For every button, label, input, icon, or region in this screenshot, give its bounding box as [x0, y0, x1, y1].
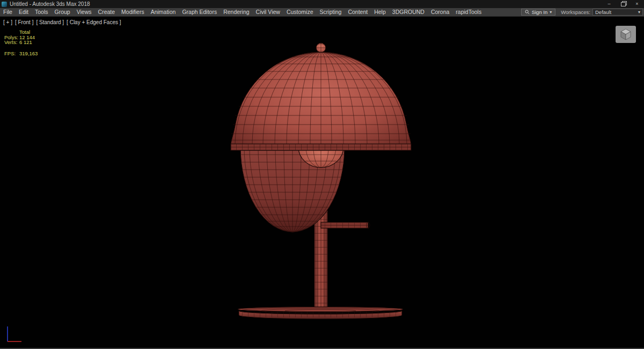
menu-item-civil-view[interactable]: Civil View	[253, 8, 283, 16]
menu-item-content[interactable]: Content	[345, 8, 371, 16]
restore-icon	[621, 2, 626, 6]
lamp-arm	[321, 222, 370, 228]
menu-item-tools[interactable]: Tools	[32, 8, 52, 16]
menu-item-3dground[interactable]: 3DGROUND	[389, 8, 428, 16]
menu-item-group[interactable]: Group	[52, 8, 74, 16]
lamp-shade-dome	[231, 43, 411, 150]
workspaces-label: Workspaces:	[561, 9, 590, 15]
menu-item-modifiers[interactable]: Modifiers	[118, 8, 148, 16]
app-icon[interactable]	[2, 2, 7, 7]
workspace-value: Default	[595, 9, 611, 15]
menu-item-rendering[interactable]: Rendering	[220, 8, 252, 16]
menu-item-animation[interactable]: Animation	[148, 8, 179, 16]
menu-item-customize[interactable]: Customize	[283, 8, 317, 16]
menubar-right-cluster: Sign In ▾ Workspaces: Default ▾	[521, 9, 644, 16]
viewcube[interactable]	[616, 26, 636, 43]
search-icon	[525, 10, 530, 14]
restore-button[interactable]	[616, 0, 630, 8]
menu-item-create[interactable]: Create	[95, 8, 119, 16]
menu-item-edit[interactable]: Edit	[16, 8, 32, 16]
3dsmax-window: Untitled - Autodesk 3ds Max 2018 – × Fil…	[0, 0, 644, 349]
chevron-down-icon: ▾	[638, 10, 640, 14]
minimize-button[interactable]: –	[602, 0, 616, 8]
menu-item-help[interactable]: Help	[371, 8, 389, 16]
window-title: Untitled - Autodesk 3ds Max 2018	[10, 1, 90, 7]
cube-icon	[619, 27, 633, 41]
menu-bar: File Edit Tools Group Views Create Modif…	[0, 8, 644, 17]
chevron-down-icon: ▾	[550, 10, 552, 14]
window-controls: – ×	[602, 0, 644, 8]
workspace-select[interactable]: Default ▾	[592, 9, 643, 16]
sign-in-label: Sign In	[532, 9, 548, 15]
title-bar: Untitled - Autodesk 3ds Max 2018 – ×	[0, 0, 644, 8]
close-button[interactable]: ×	[630, 0, 644, 8]
menu-item-scripting[interactable]: Scripting	[317, 8, 345, 16]
viewport-front[interactable]: [ + ] [ Front ] [ Standard ] [ Clay + Ed…	[0, 17, 644, 348]
menu-item-file[interactable]: File	[0, 8, 16, 16]
menu-item-views[interactable]: Views	[74, 8, 95, 16]
menu-item-graph-editors[interactable]: Graph Editors	[179, 8, 220, 16]
lamp-finial-knob	[316, 43, 326, 53]
lamp-base	[238, 307, 403, 319]
menu-item-rapidtools[interactable]: rapidTools	[452, 8, 485, 16]
axis-gizmo	[2, 323, 27, 345]
sign-in-button[interactable]: Sign In ▾	[521, 9, 556, 16]
menu-item-corona[interactable]: Corona	[428, 8, 452, 16]
lamp-model[interactable]	[0, 17, 644, 348]
